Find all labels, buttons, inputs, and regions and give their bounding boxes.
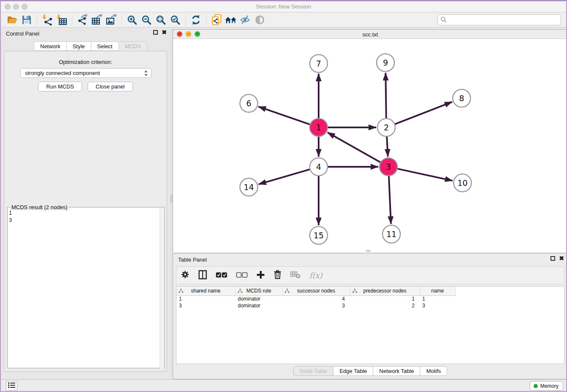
delete-table-button[interactable] — [290, 271, 300, 280]
checked-boxes-icon — [216, 272, 227, 279]
cell-mcds-role[interactable]: dominator — [235, 295, 282, 302]
table-settings-button[interactable] — [181, 270, 190, 281]
tab-mcds[interactable]: MCDS — [118, 41, 147, 51]
save-session-button[interactable] — [19, 14, 34, 26]
first-neighbors-button[interactable] — [224, 14, 238, 26]
graph-edge-3-10[interactable] — [397, 169, 452, 181]
cell-successor-nodes[interactable]: 3 — [282, 302, 350, 309]
graph-edge-4-14[interactable] — [259, 169, 310, 184]
close-table-panel-icon[interactable]: ✖ — [559, 256, 564, 261]
hide-selected-button[interactable] — [238, 14, 253, 26]
import-table-button[interactable] — [55, 14, 69, 26]
close-panel-button[interactable]: Close panel — [88, 82, 133, 91]
export-table-icon — [91, 14, 103, 25]
tab-edge-table[interactable]: Edge Table — [333, 366, 373, 376]
zoom-in-button[interactable] — [125, 14, 139, 26]
float-table-panel-icon[interactable] — [550, 256, 555, 261]
criterion-value: strongly connected component — [25, 70, 100, 76]
graph-edge-2-9[interactable] — [385, 73, 386, 118]
mcds-result-text[interactable]: 1 3 — [9, 209, 158, 367]
search-input[interactable] — [438, 14, 561, 25]
tab-style[interactable]: Style — [66, 41, 91, 51]
network-view-window: × − + scc.txt 7968124314101511 — [173, 29, 567, 252]
tab-network-table[interactable]: Network Table — [373, 366, 420, 376]
cell-shared-name[interactable]: 1 — [176, 295, 235, 302]
clone-network-button[interactable] — [209, 14, 224, 26]
select-all-rows-button[interactable] — [216, 272, 227, 279]
column-name[interactable]: name — [420, 287, 455, 295]
trash-icon — [274, 270, 281, 281]
optimization-criterion-label: Optimization criterion: — [4, 59, 167, 65]
graph-edge-2-3[interactable] — [387, 137, 388, 157]
graph-edge-1-6[interactable] — [259, 107, 310, 124]
cell-name[interactable]: 3 — [420, 302, 455, 309]
network-window-title: scc.txt — [173, 31, 567, 38]
network-window-titlebar[interactable]: × − + scc.txt — [173, 30, 567, 39]
tab-select[interactable]: Select — [91, 41, 118, 51]
table-header-row: shared name MCDS role successor nodes pr… — [176, 287, 564, 295]
network-resize-grip[interactable] — [366, 250, 370, 252]
zoom-selected-button[interactable] — [168, 14, 182, 26]
tab-node-table[interactable]: Node Table — [293, 366, 333, 376]
app-title: Session: New Session — [1, 3, 566, 10]
export-network-button[interactable] — [75, 14, 90, 26]
tab-network[interactable]: Network — [34, 41, 66, 51]
cell-filler — [455, 302, 564, 309]
show-hidden-button[interactable] — [253, 14, 267, 26]
status-bar: Memory — [1, 379, 566, 391]
task-history-button[interactable] — [6, 381, 17, 391]
graph-edge-2-8[interactable] — [395, 102, 452, 124]
export-image-button[interactable] — [104, 14, 118, 26]
table-row[interactable]: 3dominator323 — [176, 302, 564, 309]
cell-predecessor-nodes[interactable]: 2 — [350, 302, 420, 309]
column-shared-name[interactable]: shared name — [176, 287, 235, 295]
cell-shared-name[interactable]: 3 — [176, 302, 235, 309]
delete-column-button[interactable] — [274, 270, 281, 281]
graph-edge-3-1[interactable] — [328, 133, 380, 162]
open-folder-icon — [7, 15, 18, 25]
mcds-panel-content: Optimization criterion: strongly connect… — [4, 51, 167, 372]
deselect-all-rows-button[interactable] — [236, 272, 248, 279]
graph-edge-3-11[interactable] — [389, 176, 391, 224]
table-row[interactable]: 1dominator411 — [176, 295, 564, 302]
splitter-grip[interactable] — [171, 195, 172, 203]
gear-icon — [181, 270, 190, 281]
cell-predecessor-nodes[interactable]: 1 — [350, 295, 420, 302]
function-builder-button[interactable]: f(x) — [309, 271, 322, 280]
export-table-button[interactable] — [90, 14, 104, 26]
close-panel-icon[interactable]: ✖ — [162, 30, 167, 35]
control-panel-title: Control Panel — [6, 30, 39, 37]
add-column-button[interactable] — [256, 271, 265, 281]
criterion-select[interactable]: strongly connected component — [20, 68, 151, 78]
memory-button[interactable]: Memory — [530, 381, 563, 391]
graph-node-label-14: 14 — [244, 182, 254, 192]
cell-name[interactable]: 1 — [420, 295, 455, 302]
cell-mcds-role[interactable]: dominator — [235, 302, 282, 309]
tab-motifs[interactable]: Motifs — [420, 366, 447, 376]
network-canvas[interactable]: 7968124314101511 — [173, 39, 567, 252]
refresh-button[interactable] — [189, 14, 203, 26]
open-session-button[interactable] — [5, 14, 19, 26]
refresh-icon — [191, 15, 201, 25]
column-predecessor-nodes[interactable]: predecessor nodes — [350, 287, 420, 295]
show-columns-button[interactable] — [198, 270, 207, 281]
import-network-button[interactable] — [40, 14, 55, 26]
graph-edges[interactable] — [259, 73, 453, 225]
float-panel-icon[interactable] — [153, 30, 158, 35]
main-toolbar — [1, 13, 566, 28]
table-panel-title: Table Panel — [178, 257, 207, 263]
cell-successor-nodes[interactable]: 4 — [282, 295, 350, 302]
column-successor-nodes[interactable]: successor nodes — [282, 287, 350, 295]
zoom-out-button[interactable] — [139, 14, 154, 26]
column-mcds-role[interactable]: MCDS role — [235, 287, 282, 295]
run-mcds-button[interactable]: Run MCDS — [38, 82, 82, 91]
result-scrollbar[interactable] — [160, 208, 164, 368]
zoom-fit-button[interactable] — [154, 14, 168, 26]
graph-node-label-3: 3 — [386, 162, 391, 171]
search-icon — [440, 17, 447, 25]
graph-node-label-11: 11 — [386, 229, 396, 239]
control-panel-tabs: Network Style Select MCDS — [34, 41, 147, 51]
toolbar-separator — [72, 14, 72, 25]
application-window: Session: New Session — [0, 0, 567, 392]
graph-node-label-9: 9 — [383, 58, 388, 67]
